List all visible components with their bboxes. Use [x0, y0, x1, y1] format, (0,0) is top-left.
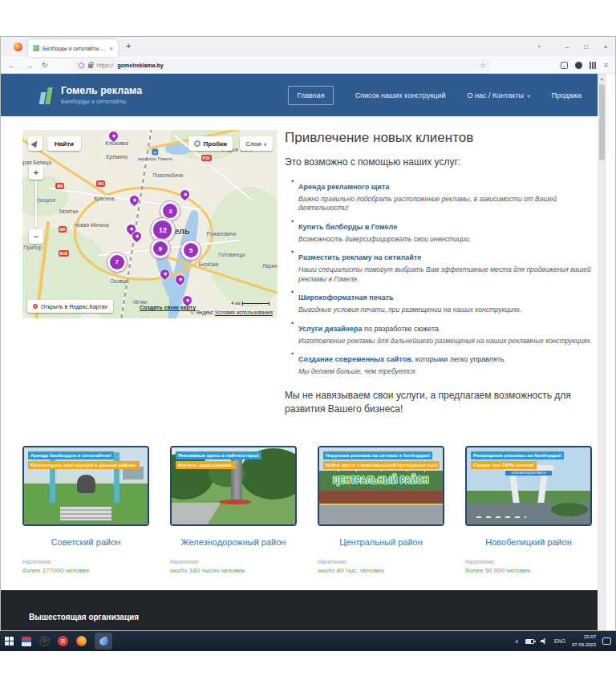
- tracking-protection-icon[interactable]: [79, 63, 84, 68]
- service-link[interactable]: Разместить рекламу на ситилайте: [298, 253, 421, 261]
- district-image[interactable]: ЦЕНТРАЛЬНЫЙ РАЙОН Наружная реклама на си…: [318, 446, 444, 526]
- road-badge: М10: [59, 250, 70, 257]
- service-item: Купить билборды в Гомеле Возможность див…: [298, 218, 599, 244]
- service-item: Аренда рекламного щита Важно правильно п…: [298, 178, 599, 213]
- intro-section: Привлечение новых клиентов Это возможно …: [285, 130, 599, 417]
- account-avatar-icon[interactable]: [575, 62, 582, 69]
- reload-button[interactable]: ↻: [42, 61, 48, 69]
- new-tab-button[interactable]: +: [126, 41, 131, 51]
- map-cluster[interactable]: 5: [180, 240, 201, 261]
- open-in-yandex-maps-link[interactable]: Открыть в Яндекс.Картах: [27, 300, 113, 313]
- scrollbar-up-arrow[interactable]: ▲: [598, 74, 606, 81]
- ribbon-orange: Изучить предложения..: [176, 461, 236, 469]
- page-viewport: Гомель реклама Билборды и ситилайты Глав…: [1, 74, 615, 630]
- firefox-icon: [14, 42, 22, 51]
- district-image[interactable]: НОВОБЕЛИЦКИЙ РАЙОН Размещение рекламы на…: [465, 446, 592, 526]
- nav-item-sale[interactable]: Продажа: [551, 91, 582, 99]
- tab-close-icon[interactable]: ×: [109, 45, 113, 52]
- ribbon-orange: Найти место с максимальной проходимостью…: [323, 461, 440, 469]
- geolocate-button[interactable]: [28, 136, 43, 151]
- app-icon-dark-circle[interactable]: [39, 636, 50, 646]
- zoom-out-button[interactable]: −: [29, 229, 43, 244]
- traffic-light-icon: [194, 140, 201, 147]
- district-link[interactable]: Советский район: [22, 536, 149, 548]
- zoom-in-button[interactable]: +: [29, 165, 43, 180]
- terms-link[interactable]: Условия использования: [215, 310, 273, 315]
- logo-icon: [39, 87, 54, 104]
- district-link[interactable]: Новобелицкий район: [465, 536, 592, 548]
- ribbon-blue: Рекламные щиты и лайтпостеры!: [176, 451, 261, 459]
- traffic-button[interactable]: Пробки: [188, 136, 233, 151]
- battery-icon[interactable]: [525, 639, 534, 644]
- ribbon-orange: Просмотреть конструкции в данном районе.: [28, 461, 140, 469]
- service-link[interactable]: Создание современных сайтов: [298, 355, 411, 363]
- tab-list-caret-icon[interactable]: ⌄: [537, 42, 542, 49]
- close-button[interactable]: ×: [596, 37, 615, 57]
- zoom-slider[interactable]: [35, 181, 37, 228]
- service-link[interactable]: Услуги дизайнера: [298, 325, 363, 333]
- yandex-map[interactable]: Гомель Клюковка Ерёмино Поколюбичи Старо…: [22, 130, 278, 318]
- minimize-button[interactable]: –: [557, 37, 577, 57]
- windows-start-icon[interactable]: [5, 637, 14, 646]
- service-link[interactable]: Купить билборды в Гомеле: [298, 223, 397, 231]
- map-place-label: Ларин: [262, 263, 278, 269]
- ribbon-blue: Размещение рекламы на билбордах!: [471, 451, 564, 459]
- notification-center-icon[interactable]: [602, 637, 611, 645]
- layers-button[interactable]: Слои∨: [240, 136, 273, 151]
- ribbon-blue: Аренда билбордов и ситилайтов!: [28, 451, 114, 459]
- nav-item-constructions[interactable]: Список наших конструкций: [355, 91, 446, 99]
- district-image[interactable]: Аренда билбордов и ситилайтов! Просмотре…: [22, 446, 149, 526]
- page-scrollbar[interactable]: ▲: [598, 74, 606, 630]
- library-icon[interactable]: [590, 62, 597, 69]
- maximize-button[interactable]: □: [577, 37, 596, 57]
- main-nav: Главная Список наших конструкций О нас /…: [288, 86, 582, 105]
- active-app-button[interactable]: [95, 633, 112, 650]
- back-button[interactable]: ←: [8, 61, 16, 70]
- tab-bar: Билборды и ситилайты в Гом × + ⌄ – □ ×: [1, 37, 615, 57]
- map-search-button[interactable]: Найти: [47, 136, 81, 151]
- service-link[interactable]: Аренда рекламного щита: [298, 183, 389, 191]
- service-item: Создание современных сайтов, которыми ле…: [298, 350, 599, 376]
- browser-tab[interactable]: Билборды и ситилайты в Гом ×: [28, 39, 118, 57]
- chevron-down-icon: ∨: [264, 141, 267, 147]
- comet-icon: [98, 636, 109, 647]
- map-cluster[interactable]: 9: [150, 238, 171, 259]
- taskbar-clock[interactable]: 22:07 07.09.2023: [572, 633, 596, 649]
- road-badge: М5: [96, 180, 105, 187]
- bookmark-star-icon[interactable]: ☆: [480, 62, 485, 69]
- population-block: Население: более 50 000 человек: [465, 559, 592, 574]
- population-block: Население: около 80 тыс. человек: [318, 559, 444, 574]
- scrollbar-thumb[interactable]: [599, 84, 605, 160]
- map-place-label: Новая Мильча: [74, 221, 108, 227]
- location-arrow-icon: [30, 139, 39, 148]
- nav-item-contacts[interactable]: О нас / Контакты ▾: [468, 91, 530, 99]
- hamburger-menu-icon[interactable]: ≡: [604, 61, 608, 69]
- language-indicator[interactable]: ENG: [554, 638, 565, 644]
- yandex-browser-icon[interactable]: Я: [58, 636, 68, 646]
- pocket-icon[interactable]: ⌄: [561, 62, 568, 69]
- window-controls: – □ ×: [557, 37, 615, 57]
- logo-title: Гомель реклама: [61, 85, 142, 96]
- district-image[interactable]: Рекламные щиты и лайтпостеры! Изучить пр…: [170, 446, 297, 526]
- chevron-down-icon: ▾: [527, 94, 529, 99]
- nav-item-home[interactable]: Главная: [288, 86, 333, 105]
- tray-chevron-icon[interactable]: ∧: [515, 638, 519, 645]
- url-bar[interactable]: https:// gomelreklama.by ☆: [73, 59, 492, 71]
- map-place-label: Залитье: [59, 208, 79, 214]
- district-link[interactable]: Железнодорожный район: [170, 536, 297, 548]
- speaker-icon[interactable]: [541, 638, 548, 645]
- service-desc: Мы делаем больше, чем требуется.: [298, 367, 599, 376]
- map-place-label: Берёзки: [199, 261, 219, 266]
- map-scale: 4 км: [231, 301, 271, 306]
- district-card-tsentralny: ЦЕНТРАЛЬНЫЙ РАЙОН Наружная реклама на си…: [318, 446, 444, 574]
- service-link[interactable]: Широкоформатная печать: [298, 293, 394, 302]
- app-icon-floppy[interactable]: [22, 637, 31, 646]
- district-link[interactable]: Центральный район: [318, 536, 444, 548]
- map-place-label: Красное: [94, 195, 114, 200]
- create-map-link[interactable]: Создать свою карту: [140, 305, 196, 310]
- forward-button[interactable]: →: [25, 61, 33, 70]
- population-block: Население: более 177000 человек: [22, 559, 149, 574]
- map-cluster[interactable]: 7: [107, 252, 128, 273]
- site-logo[interactable]: Гомель реклама Билборды и ситилайты: [39, 85, 142, 105]
- firefox-taskbar-icon[interactable]: [76, 636, 87, 646]
